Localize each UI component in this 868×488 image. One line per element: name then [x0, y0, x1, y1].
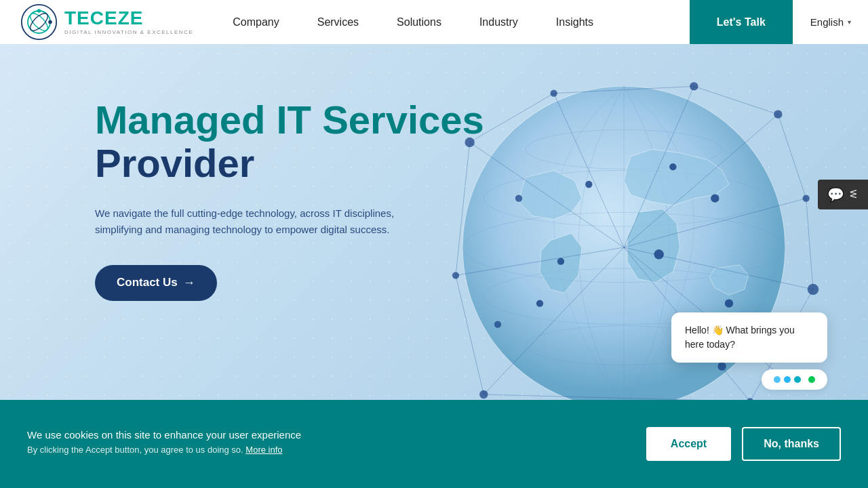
nav-item-services[interactable]: Services	[298, 0, 378, 44]
nav-item-company[interactable]: Company	[214, 0, 298, 44]
language-selector[interactable]: English ▾	[793, 0, 868, 44]
nav-item-solutions[interactable]: Solutions	[378, 0, 460, 44]
svg-point-50	[557, 258, 564, 265]
nav-item-industry[interactable]: Industry	[460, 0, 537, 44]
chevron-down-icon: ▾	[848, 18, 851, 26]
svg-point-51	[725, 299, 733, 307]
decline-button[interactable]: No, thanks	[742, 427, 841, 461]
nav-links: Company Services Solutions Industry Insi…	[214, 0, 690, 44]
cookie-banner: We use cookies on this site to enhance y…	[0, 400, 868, 488]
typing-dot-1	[774, 376, 781, 383]
svg-point-43	[515, 195, 522, 202]
nav-item-insights[interactable]: Insights	[537, 0, 612, 44]
hero-title: Managed IT Services Provider	[95, 98, 484, 185]
whatsapp-button[interactable]: 💬 W	[818, 180, 868, 209]
cookie-text: We use cookies on this site to enhance y…	[27, 429, 619, 459]
svg-point-52	[536, 300, 543, 307]
logo-brand: TECEZE	[64, 9, 193, 28]
logo[interactable]: TECEZE Digital Innovation & Excellence	[0, 3, 214, 41]
typing-dot-2	[784, 376, 791, 383]
cookie-main-text: We use cookies on this site to enhance y…	[27, 429, 619, 441]
logo-tagline: Digital Innovation & Excellence	[64, 29, 193, 35]
svg-point-48	[585, 181, 592, 188]
chat-bubble: Hello! 👋 What brings you here today?	[671, 312, 827, 363]
online-indicator	[808, 376, 815, 383]
svg-point-34	[803, 195, 810, 202]
svg-point-47	[711, 194, 719, 202]
whatsapp-icon: 💬	[827, 186, 844, 203]
cookie-sub-text: By clicking the Accept button, you agree…	[27, 445, 619, 455]
svg-point-37	[479, 390, 488, 399]
more-info-link[interactable]: More info	[245, 445, 282, 455]
arrow-icon: →	[183, 276, 195, 290]
accept-button[interactable]: Accept	[646, 427, 731, 461]
navbar: TECEZE Digital Innovation & Excellence C…	[0, 0, 868, 44]
svg-point-33	[774, 110, 782, 118]
svg-point-5	[48, 20, 52, 24]
svg-line-24	[778, 115, 806, 199]
chat-widget: Hello! 👋 What brings you here today?	[671, 312, 827, 390]
typing-dot-3	[794, 376, 801, 383]
contact-us-button[interactable]: Contact Us →	[95, 265, 217, 301]
hero-subtitle: We navigate the full cutting-edge techno…	[95, 205, 427, 238]
whatsapp-label: W	[848, 190, 859, 199]
svg-point-49	[654, 249, 663, 259]
svg-point-46	[669, 163, 676, 170]
hero-content: Managed IT Services Provider We navigate…	[95, 98, 484, 301]
lets-talk-button[interactable]: Let's Talk	[690, 0, 793, 44]
chat-typing-indicator	[671, 369, 827, 390]
svg-line-25	[806, 199, 813, 289]
svg-point-4	[37, 9, 41, 13]
svg-point-40	[551, 90, 557, 97]
cookie-actions: Accept No, thanks	[646, 427, 841, 461]
logo-icon	[20, 3, 58, 41]
svg-point-41	[690, 82, 698, 90]
svg-point-35	[808, 284, 819, 296]
svg-point-45	[494, 321, 501, 328]
